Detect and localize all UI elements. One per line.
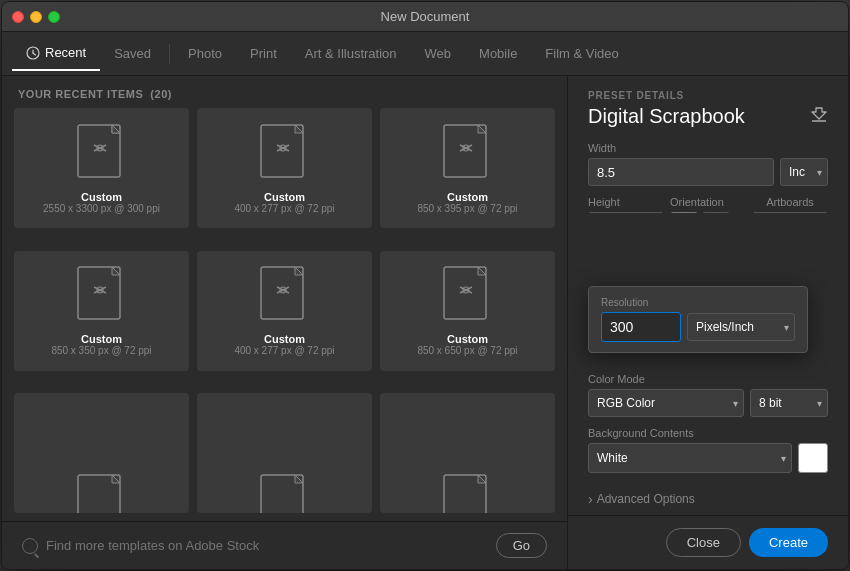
tab-print-label: Print (250, 46, 277, 61)
orientation-group: Orientation (670, 196, 746, 213)
bg-contents-select[interactable]: White Black Transparent Custom (588, 443, 792, 473)
maximize-window-button[interactable] (48, 11, 60, 23)
artboards-group: Artboards 1 (752, 196, 828, 213)
template-info-0: Custom 2550 x 3300 px @ 300 ppi (43, 191, 160, 214)
document-icon-2 (442, 123, 494, 185)
tab-mobile-label: Mobile (479, 46, 517, 61)
form-section: Width 8.5 Inches Pixels Millimeters Cent… (568, 142, 848, 213)
template-size-5: 850 x 650 px @ 72 ppi (417, 345, 517, 356)
template-card-6[interactable] (14, 393, 189, 513)
tab-art[interactable]: Art & Illustration (291, 37, 411, 71)
main-content: YOUR RECENT ITEMS (20) (2, 76, 848, 569)
save-preset-icon[interactable] (810, 107, 828, 127)
preset-details-label: PRESET DETAILS (568, 76, 848, 105)
advanced-options[interactable]: Advanced Options (568, 483, 848, 515)
color-mode-select[interactable]: RGB Color CMYK Color Grayscale (588, 389, 744, 417)
tab-recent-label: Recent (45, 45, 86, 60)
document-icon-3 (76, 265, 128, 327)
document-icon-0 (76, 123, 128, 185)
width-label: Width (588, 142, 828, 154)
create-button[interactable]: Create (749, 528, 828, 557)
template-card-7[interactable] (197, 393, 372, 513)
bottom-buttons: Close Create (568, 515, 848, 569)
tab-web-label: Web (425, 46, 452, 61)
template-info-2: Custom 850 x 395 px @ 72 ppi (417, 191, 517, 214)
title-bar: New Document (2, 2, 848, 32)
go-button[interactable]: Go (496, 533, 547, 558)
width-unit-select[interactable]: Inches Pixels Millimeters Centimeters (780, 158, 828, 186)
preset-title-row: Digital Scrapbook (568, 105, 848, 142)
template-size-4: 400 x 277 px @ 72 ppi (234, 345, 334, 356)
preset-title: Digital Scrapbook (588, 105, 745, 128)
tab-recent[interactable]: Recent (12, 37, 100, 71)
color-mode-controls: RGB Color CMYK Color Grayscale 8 bit 16 … (588, 389, 828, 417)
left-panel: YOUR RECENT ITEMS (20) (2, 76, 568, 569)
template-card-2[interactable]: Custom 850 x 395 px @ 72 ppi (380, 108, 555, 228)
orientation-buttons (670, 212, 746, 213)
template-name-1: Custom (234, 191, 334, 203)
template-name-3: Custom (51, 333, 151, 345)
bg-color-swatch[interactable] (798, 443, 828, 473)
tab-print[interactable]: Print (236, 37, 291, 71)
tab-saved-label: Saved (114, 46, 151, 61)
template-name-4: Custom (234, 333, 334, 345)
tab-divider (169, 44, 170, 64)
height-label: Height (588, 196, 664, 208)
height-group: Height 11 (588, 196, 664, 213)
document-icon-4 (259, 265, 311, 327)
template-info-3: Custom 850 x 350 px @ 72 ppi (51, 333, 151, 356)
width-controls: 8.5 Inches Pixels Millimeters Centimeter… (588, 158, 828, 186)
color-mode-section: Color Mode RGB Color CMYK Color Grayscal… (568, 373, 848, 483)
clock-icon (26, 46, 40, 60)
tab-web[interactable]: Web (411, 37, 466, 71)
artboards-input[interactable]: 1 (752, 212, 828, 213)
tab-saved[interactable]: Saved (100, 37, 165, 71)
tab-mobile[interactable]: Mobile (465, 37, 531, 71)
new-document-dialog: New Document Recent Saved Photo Print Ar… (1, 1, 849, 570)
h-o-a-row: Height 11 Orientation (588, 196, 828, 213)
template-info-5: Custom 850 x 650 px @ 72 ppi (417, 333, 517, 356)
template-card-0[interactable]: Custom 2550 x 3300 px @ 300 ppi (14, 108, 189, 228)
bg-contents-controls: White Black Transparent Custom (588, 443, 828, 473)
template-name-5: Custom (417, 333, 517, 345)
height-input[interactable]: 11 (588, 212, 664, 213)
template-card-3[interactable]: Custom 850 x 350 px @ 72 ppi (14, 251, 189, 371)
template-name-2: Custom (417, 191, 517, 203)
tab-photo[interactable]: Photo (174, 37, 236, 71)
search-icon (22, 538, 38, 554)
template-card-1[interactable]: Custom 400 x 277 px @ 72 ppi (197, 108, 372, 228)
template-card-4[interactable]: Custom 400 x 277 px @ 72 ppi (197, 251, 372, 371)
color-depth-select[interactable]: 8 bit 16 bit 32 bit (750, 389, 828, 417)
template-card-8[interactable] (380, 393, 555, 513)
tab-film-label: Film & Video (545, 46, 618, 61)
search-input[interactable] (46, 538, 488, 553)
close-button[interactable]: Close (666, 528, 741, 557)
template-size-1: 400 x 277 px @ 72 ppi (234, 203, 334, 214)
template-name-0: Custom (43, 191, 160, 203)
portrait-button[interactable] (670, 212, 698, 213)
artboards-label: Artboards (752, 196, 828, 208)
close-window-button[interactable] (12, 11, 24, 23)
right-panel: PRESET DETAILS Digital Scrapbook Width 8… (568, 76, 848, 569)
document-icon-1 (259, 123, 311, 185)
bg-contents-row: Background Contents White Black Transpar… (588, 427, 828, 473)
tab-film[interactable]: Film & Video (531, 37, 632, 71)
template-info-1: Custom 400 x 277 px @ 72 ppi (234, 191, 334, 214)
minimize-window-button[interactable] (30, 11, 42, 23)
recent-count: 20 (155, 88, 168, 100)
template-size-0: 2550 x 3300 px @ 300 ppi (43, 203, 160, 214)
template-info-4: Custom 400 x 277 px @ 72 ppi (234, 333, 334, 356)
recent-header-text: YOUR RECENT ITEMS (18, 88, 143, 100)
search-wrapper[interactable] (22, 538, 488, 554)
bg-contents-label: Background Contents (588, 427, 828, 439)
color-mode-label: Color Mode (588, 373, 828, 385)
template-card-5[interactable]: Custom 850 x 650 px @ 72 ppi (380, 251, 555, 371)
template-size-3: 850 x 350 px @ 72 ppi (51, 345, 151, 356)
document-icon-8 (442, 473, 494, 513)
tab-bar: Recent Saved Photo Print Art & Illustrat… (2, 32, 848, 76)
landscape-button[interactable] (702, 212, 730, 213)
tab-art-label: Art & Illustration (305, 46, 397, 61)
width-input[interactable]: 8.5 (588, 158, 774, 186)
document-icon-5 (442, 265, 494, 327)
document-icon-6 (76, 473, 128, 513)
